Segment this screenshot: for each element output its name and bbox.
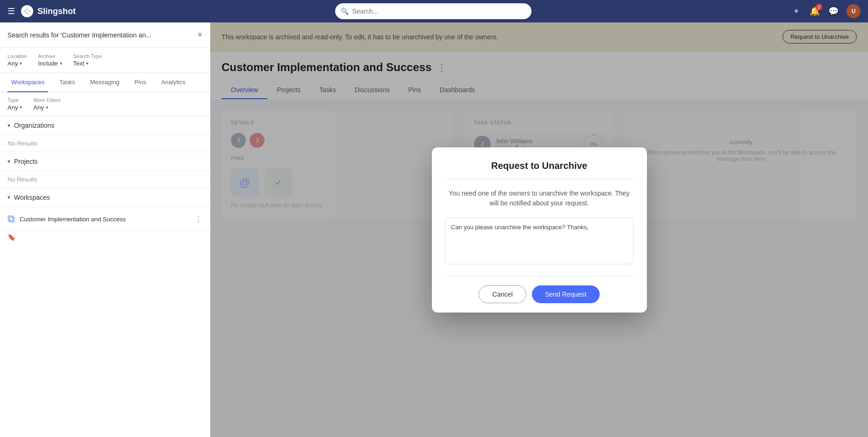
search-type-label: Search Type [73,53,102,59]
location-filter[interactable]: Location Any ▾ [7,53,27,67]
type-chevron-icon: ▾ [20,105,22,110]
search-area: 🔍 [81,3,785,19]
search-type-chevron-icon: ▾ [86,61,88,66]
more-filters-value[interactable]: Any ▾ [33,104,60,111]
tab-tasks[interactable]: Tasks [56,73,79,92]
workspace-list-item[interactable]: ⧉ Customer Implementation and Success ⋮ [0,207,210,231]
type-filter-label: Type [7,97,22,103]
right-content-area: This workspace is archived and read-only… [210,22,868,437]
search-icon: 🔍 [341,7,349,15]
organizations-section-label: Organizations [14,122,54,129]
svg-point-1 [25,9,29,13]
tab-workspaces[interactable]: Workspaces [7,73,48,92]
workspaces-toggle-icon: ▾ [7,194,10,201]
notification-badge: 2 [816,4,822,10]
search-type-filter[interactable]: Search Type Text ▾ [73,53,102,67]
bookmark-icon: 🔖 [7,233,15,241]
close-search-button[interactable]: × [197,30,202,40]
modal-cancel-button[interactable]: Cancel [479,285,526,303]
more-filters-chevron-icon: ▾ [46,105,48,110]
modal-footer: Cancel Send Request [432,276,647,313]
workspaces-section-header[interactable]: ▾ Workspaces [0,188,210,207]
location-filter-label: Location [7,53,27,59]
app-name: Slingshot [37,7,76,16]
search-input[interactable] [352,7,526,15]
main-layout: Search results for 'Customer Implementat… [0,22,868,437]
top-navigation: ☰ Slingshot 🔍 ✦ 🔔 2 💬 U [0,0,868,22]
sparkle-icon[interactable]: ✦ [790,6,802,17]
search-box[interactable]: 🔍 [335,3,531,19]
workspace-item-more-icon[interactable]: ⋮ [195,215,202,224]
modal-description: You need one of the owners to unarchive … [445,189,634,208]
projects-no-results: No Results [0,171,210,188]
search-type-value[interactable]: Text ▾ [73,60,102,67]
slingshot-logo-icon [21,5,34,18]
location-chevron-icon: ▾ [20,61,22,66]
tab-messaging[interactable]: Messaging [86,73,123,92]
modal-send-request-button[interactable]: Send Request [532,285,600,303]
type-filter[interactable]: Type Any ▾ [7,97,22,111]
organizations-no-results: No Results [0,135,210,152]
bookmark-area: 🔖 [0,231,210,243]
filter-row-top: Location Any ▾ Archive Include ▾ Search … [0,48,210,73]
organizations-toggle-icon: ▾ [7,122,10,129]
user-avatar[interactable]: U [846,4,861,18]
search-results-header: Search results for 'Customer Implementat… [0,22,210,48]
notification-bell-icon[interactable]: 🔔 2 [809,6,820,17]
request-to-unarchive-modal: Request to Unarchive You need one of the… [432,147,647,313]
left-search-panel: Search results for 'Customer Implementat… [0,22,210,437]
more-filters[interactable]: More Filters Any ▾ [33,97,60,111]
archive-filter-value[interactable]: Include ▾ [38,60,62,67]
projects-toggle-icon: ▾ [7,158,10,165]
tab-analytics[interactable]: Analytics [158,73,189,92]
modal-body: You need one of the owners to unarchive … [432,179,647,276]
tab-pins[interactable]: Pins [130,73,150,92]
workspace-stack-icon: ⧉ [7,213,15,225]
location-filter-value[interactable]: Any ▾ [7,60,27,67]
projects-section-header[interactable]: ▾ Projects [0,152,210,171]
workspace-item-name: Customer Implementation and Success [20,216,190,223]
topnav-right-controls: ✦ 🔔 2 💬 U [790,4,861,18]
modal-message-textarea[interactable] [445,218,634,264]
app-logo: Slingshot [21,5,76,18]
modal-header: Request to Unarchive [432,147,647,179]
archive-filter[interactable]: Archive Include ▾ [38,53,62,67]
chat-icon[interactable]: 💬 [828,6,839,17]
hamburger-menu-icon[interactable]: ☰ [7,6,15,16]
projects-section-label: Projects [14,158,38,165]
search-tabs: Workspaces Tasks Messaging Pins Analytic… [0,73,210,93]
archive-chevron-icon: ▾ [60,61,62,66]
modal-title: Request to Unarchive [445,160,634,171]
type-filter-value[interactable]: Any ▾ [7,104,22,111]
modal-overlay: Request to Unarchive You need one of the… [210,22,868,437]
workspaces-section-label: Workspaces [14,194,50,201]
more-filters-label: More Filters [33,97,60,103]
filter-row-bottom: Type Any ▾ More Filters Any ▾ [0,93,210,116]
organizations-section-header[interactable]: ▾ Organizations [0,116,210,135]
archive-filter-label: Archive [38,53,62,59]
search-results-title: Search results for 'Customer Implementat… [7,31,151,39]
